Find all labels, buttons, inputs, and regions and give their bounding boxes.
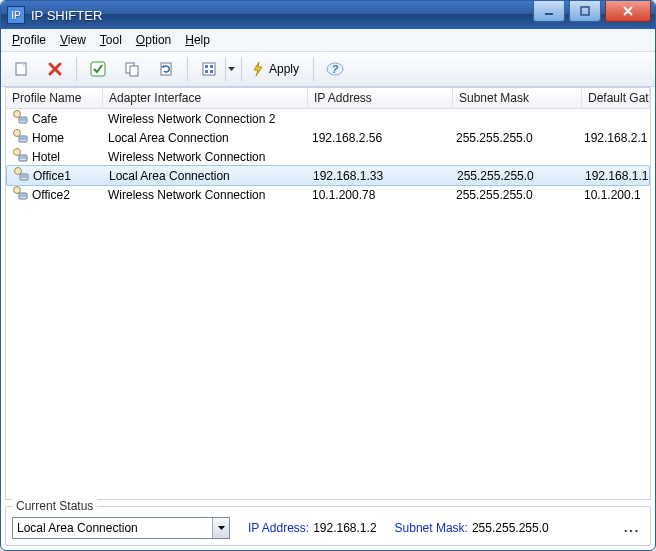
toolbar: Apply ? [1, 52, 655, 87]
toolbar-separator [76, 57, 77, 81]
cell-mask: 255.255.255.0 [450, 131, 578, 145]
menu-view[interactable]: View [53, 32, 93, 48]
cell-gw: 10.1.200.1 [578, 188, 650, 202]
status-legend: Current Status [12, 499, 97, 513]
lightning-icon [251, 61, 265, 77]
apply-button[interactable]: Apply [247, 56, 308, 82]
table-row[interactable]: CafeWireless Network Connection 2 [6, 109, 650, 128]
svg-rect-19 [20, 137, 26, 140]
svg-rect-9 [210, 65, 213, 68]
adapter-combo[interactable]: Local Area Connection [12, 517, 230, 539]
profile-icon [12, 147, 28, 166]
svg-point-20 [14, 149, 21, 156]
app-window: IP IP SHIFTER Profile View Tool Option H… [0, 0, 656, 551]
svg-point-14 [14, 111, 21, 118]
table-row[interactable]: HomeLocal Area Connection192.168.2.56255… [6, 128, 650, 147]
status-more-button[interactable]: ... [620, 521, 644, 535]
cell-name: Office1 [7, 166, 103, 185]
help-button[interactable]: ? [319, 56, 351, 82]
cell-mask: 255.255.255.0 [450, 188, 578, 202]
apply-label: Apply [269, 62, 299, 76]
svg-rect-7 [203, 63, 215, 75]
table-row[interactable]: HotelWireless Network Connection [6, 147, 650, 166]
refresh-button[interactable] [150, 56, 182, 82]
window-title: IP SHIFTER [31, 8, 531, 23]
cell-adapter: Wireless Network Connection [102, 150, 306, 164]
new-profile-button[interactable] [5, 56, 37, 82]
cell-adapter: Wireless Network Connection [102, 188, 306, 202]
col-header-ip[interactable]: IP Address [308, 88, 453, 108]
profile-icon [13, 166, 29, 185]
svg-point-17 [14, 130, 21, 137]
toolbar-separator [313, 57, 314, 81]
menu-bar: Profile View Tool Option Help [1, 29, 655, 52]
profile-name: Cafe [32, 112, 57, 126]
close-button[interactable] [605, 1, 651, 22]
svg-rect-10 [205, 70, 208, 73]
view-mode-button[interactable] [193, 56, 225, 82]
copy-button[interactable] [116, 56, 148, 82]
check-button[interactable] [82, 56, 114, 82]
profile-icon [12, 128, 28, 147]
table-row[interactable]: Office1Local Area Connection192.168.1.33… [6, 165, 650, 186]
svg-rect-22 [20, 156, 26, 159]
cell-adapter: Local Area Connection [103, 169, 307, 183]
svg-rect-5 [130, 66, 138, 76]
app-icon: IP [7, 6, 25, 24]
cell-name: Cafe [6, 109, 102, 128]
cell-adapter: Local Area Connection [102, 131, 306, 145]
col-header-gw[interactable]: Default Gateway [582, 88, 650, 108]
status-ip-value: 192.168.1.2 [313, 521, 376, 535]
adapter-combo-button[interactable] [212, 518, 229, 538]
content-area: Profile Name Adapter Interface IP Addres… [1, 87, 655, 550]
table-row[interactable]: Office2Wireless Network Connection10.1.2… [6, 185, 650, 204]
profile-icon [12, 185, 28, 204]
menu-option[interactable]: Option [129, 32, 178, 48]
svg-point-23 [15, 168, 22, 175]
profiles-listview[interactable]: Profile Name Adapter Interface IP Addres… [5, 87, 651, 500]
col-header-name[interactable]: Profile Name [6, 88, 103, 108]
profile-icon [12, 109, 28, 128]
svg-rect-8 [205, 65, 208, 68]
col-header-adapter[interactable]: Adapter Interface [103, 88, 308, 108]
toolbar-separator [187, 57, 188, 81]
menu-help[interactable]: Help [178, 32, 217, 48]
profile-name: Hotel [32, 150, 60, 164]
profile-name: Office1 [33, 169, 71, 183]
svg-rect-11 [210, 70, 213, 73]
listview-header: Profile Name Adapter Interface IP Addres… [6, 88, 650, 109]
svg-rect-16 [20, 118, 26, 121]
cell-ip: 192.168.1.33 [307, 169, 451, 183]
titlebar: IP IP SHIFTER [1, 1, 655, 29]
toolbar-separator [241, 57, 242, 81]
cell-gw: 192.168.2.1 [578, 131, 650, 145]
view-mode-dropdown[interactable] [225, 57, 236, 81]
cell-mask: 255.255.255.0 [451, 169, 579, 183]
svg-point-26 [14, 187, 21, 194]
menu-tool[interactable]: Tool [93, 32, 129, 48]
svg-rect-25 [21, 175, 27, 178]
svg-rect-1 [581, 7, 589, 15]
col-header-mask[interactable]: Subnet Mask [453, 88, 582, 108]
minimize-button[interactable] [533, 1, 565, 22]
chevron-down-icon [218, 526, 225, 530]
status-mask: Subnet Mask: 255.255.255.0 [395, 521, 549, 535]
svg-rect-28 [20, 194, 26, 197]
cell-ip: 10.1.200.78 [306, 188, 450, 202]
cell-adapter: Wireless Network Connection 2 [102, 112, 306, 126]
status-mask-value: 255.255.255.0 [472, 521, 549, 535]
status-ip: IP Address: 192.168.1.2 [248, 521, 377, 535]
status-group: Current Status Local Area Connection IP … [5, 506, 651, 546]
window-buttons [531, 1, 655, 29]
menu-profile[interactable]: Profile [5, 32, 53, 48]
status-mask-label: Subnet Mask: [395, 521, 468, 535]
cell-name: Hotel [6, 147, 102, 166]
svg-rect-0 [545, 13, 553, 15]
maximize-button[interactable] [569, 1, 601, 22]
profile-name: Office2 [32, 188, 70, 202]
delete-profile-button[interactable] [39, 56, 71, 82]
cell-ip: 192.168.2.56 [306, 131, 450, 145]
cell-gw: 192.168.1.1 [579, 169, 649, 183]
cell-name: Home [6, 128, 102, 147]
adapter-combo-value: Local Area Connection [13, 521, 212, 535]
